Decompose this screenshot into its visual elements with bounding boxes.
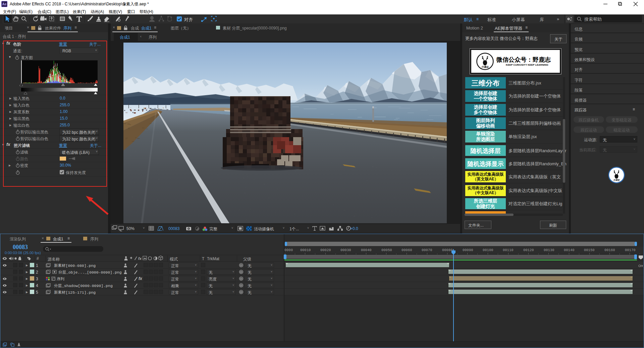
svg-text:fx: fx <box>138 256 142 260</box>
svg-text:#: # <box>37 256 39 261</box>
svg-text:行鹿志: 行鹿志 <box>613 179 620 181</box>
svg-text:行鹿志: 行鹿志 <box>482 65 489 68</box>
